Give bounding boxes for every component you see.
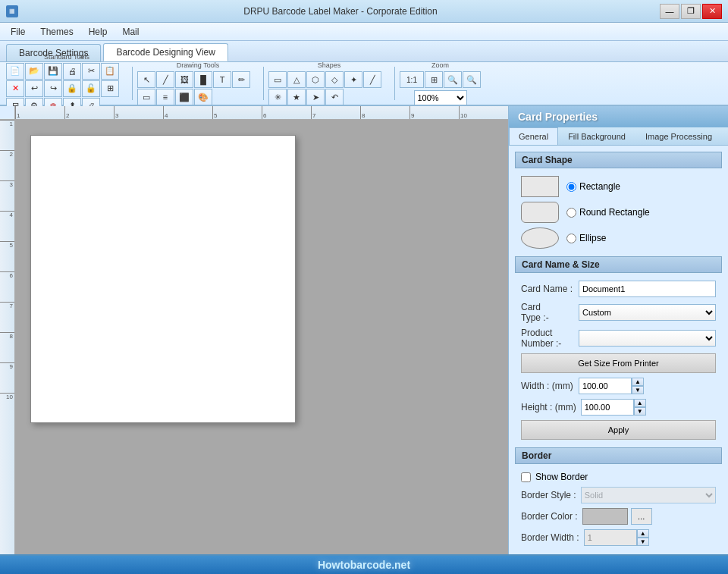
zoom-in[interactable]: 🔍 [444, 71, 462, 88]
ruler-tick-h-9: 9 [410, 106, 459, 119]
ruler-tick-h-5: 5 [212, 106, 262, 119]
sep2 [263, 67, 264, 100]
card-type-select[interactable]: Custom Standard [579, 304, 716, 321]
barcode-tool[interactable]: ▐▌ [194, 71, 212, 88]
shape-arrow[interactable]: ➤ [306, 89, 325, 105]
shape-radio-rect[interactable]: Rectangle [566, 181, 620, 192]
menu-file[interactable]: File [3, 25, 33, 39]
border-color-label: Border Color : [521, 511, 578, 522]
apply-button[interactable]: Apply [521, 420, 716, 440]
minimize-button[interactable]: — [660, 4, 679, 19]
undo-button[interactable]: ↩ [25, 80, 43, 97]
shape-rect[interactable]: ▭ [268, 71, 287, 88]
prop-tab-image-processing[interactable]: Image Processing [635, 127, 722, 145]
select-tool[interactable]: ↖ [137, 71, 155, 88]
border-color-picker-button[interactable]: ... [631, 508, 652, 525]
card-name-row: Card Name : [521, 281, 716, 297]
card-type-row: CardType :- Custom Standard [521, 302, 716, 323]
open-button[interactable]: 📂 [25, 63, 43, 80]
props-content: Card Shape Rectangle Round Rectangle [509, 146, 728, 554]
shape-star5[interactable]: ✦ [344, 71, 362, 88]
shape-radio-rect-input[interactable] [566, 182, 576, 192]
ruler-tick-v-10: 10 [0, 393, 14, 423]
statusbar: Howtobarcode.net [0, 554, 728, 574]
menu-help[interactable]: Help [81, 25, 115, 39]
ruler-tick-h-2: 2 [64, 106, 114, 119]
props-tabs: General Fill Background Image Processing [509, 127, 728, 146]
paste-button[interactable]: ✕ [6, 80, 24, 97]
shape-row-ellipse: Ellipse [521, 227, 716, 249]
shape-line[interactable]: ╱ [363, 71, 381, 88]
titlebar: ▦ DRPU Barcode Label Maker - Corporate E… [0, 0, 728, 23]
card-name-input[interactable] [579, 281, 716, 297]
shape-burst[interactable]: ✳ [268, 89, 287, 105]
border-width-input[interactable] [584, 529, 637, 546]
shape-radio-rounded[interactable]: Round Rectangle [566, 207, 650, 218]
width-down-button[interactable]: ▼ [632, 386, 644, 394]
shape-radio-ellipse[interactable]: Ellipse [566, 233, 606, 243]
image-tool[interactable]: 🖼 [175, 71, 193, 88]
card-type-label: CardType :- [521, 302, 574, 323]
shape-radio-rounded-input[interactable] [566, 208, 576, 218]
draw-tool[interactable]: ✏ [232, 71, 250, 88]
ruler-tick-v-2: 2 [0, 150, 14, 180]
shape-curve[interactable]: ↶ [325, 89, 344, 105]
width-label: Width : (mm) [521, 381, 574, 391]
tab-barcode-designing[interactable]: Barcode Designing View [103, 43, 228, 61]
redo-button[interactable]: ↪ [44, 80, 62, 97]
zoom-select[interactable]: 100% [414, 90, 467, 105]
shape-tri[interactable]: △ [287, 71, 306, 88]
ruler-tick-h-6: 6 [262, 106, 311, 119]
show-border-label: Show Border [535, 472, 588, 482]
width-input[interactable] [579, 378, 632, 394]
ruler-tick-v-3: 3 [0, 180, 14, 211]
border-width-up-button[interactable]: ▲ [637, 529, 649, 538]
shape-hex[interactable]: ⬡ [306, 71, 325, 88]
ruler-tick-h-3: 3 [114, 106, 163, 119]
color-fill[interactable]: 🎨 [194, 89, 212, 105]
get-size-from-printer-button[interactable]: Get Size From Printer [521, 353, 716, 373]
prop-tab-fill-background[interactable]: Fill Background [558, 127, 635, 145]
new-button[interactable]: 📄 [6, 63, 24, 80]
shape-rect-label: Rectangle [579, 181, 620, 192]
product-number-select[interactable] [579, 330, 716, 347]
canvas-area[interactable]: 1 2 3 4 5 6 7 8 9 10 1 2 3 4 5 6 7 8 9 1… [0, 106, 508, 554]
zoom-out[interactable]: 🔍 [463, 71, 481, 88]
zoom-fit[interactable]: ⊞ [425, 71, 443, 88]
line-tool[interactable]: ╱ [156, 71, 174, 88]
close-button[interactable]: ✕ [702, 4, 722, 19]
height-up-button[interactable]: ▲ [634, 399, 646, 407]
canvas-content[interactable] [15, 120, 508, 554]
menu-themes[interactable]: Themes [33, 25, 80, 39]
border-width-down-button[interactable]: ▼ [637, 538, 649, 546]
height-row: Height : (mm) ▲ ▼ [521, 399, 716, 416]
unlock-button[interactable]: 🔓 [82, 80, 100, 97]
grid-button[interactable]: ⊞ [101, 80, 119, 97]
card-name-size-section: Card Name & Size [515, 256, 722, 273]
ruler-tick-v-6: 6 [0, 271, 14, 302]
shape-dia[interactable]: ◇ [325, 71, 344, 88]
height-down-button[interactable]: ▼ [634, 407, 646, 416]
text-tool[interactable]: T [213, 71, 231, 88]
card-canvas[interactable] [30, 135, 296, 423]
height-input[interactable] [581, 399, 634, 416]
zoom-ratio-btn[interactable]: 1:1 [400, 71, 424, 88]
shape-radio-ellipse-input[interactable] [566, 234, 576, 243]
border-style-select[interactable]: Solid Dashed Dotted [581, 487, 716, 503]
width-up-button[interactable]: ▲ [632, 378, 644, 386]
maximize-button[interactable]: ❐ [681, 4, 701, 19]
show-border-checkbox[interactable] [521, 472, 531, 482]
save-button[interactable]: 💾 [44, 63, 62, 80]
lock-button[interactable]: 🔒 [63, 80, 81, 97]
align-tool[interactable]: ⬛ [175, 89, 193, 105]
menu-mail[interactable]: Mail [115, 25, 146, 39]
copy-button[interactable]: 📋 [101, 63, 119, 80]
serial-tool[interactable]: ≡ [156, 89, 174, 105]
cut-button[interactable]: ✂ [82, 63, 100, 80]
statusbar-link[interactable]: Howtobarcode.net [318, 559, 410, 571]
rect-tool[interactable]: ▭ [137, 89, 155, 105]
prop-tab-general[interactable]: General [509, 127, 558, 145]
ruler-top: 1 2 3 4 5 6 7 8 9 10 [15, 106, 508, 120]
print-button[interactable]: 🖨 [63, 63, 81, 80]
shape-star[interactable]: ★ [287, 89, 306, 105]
